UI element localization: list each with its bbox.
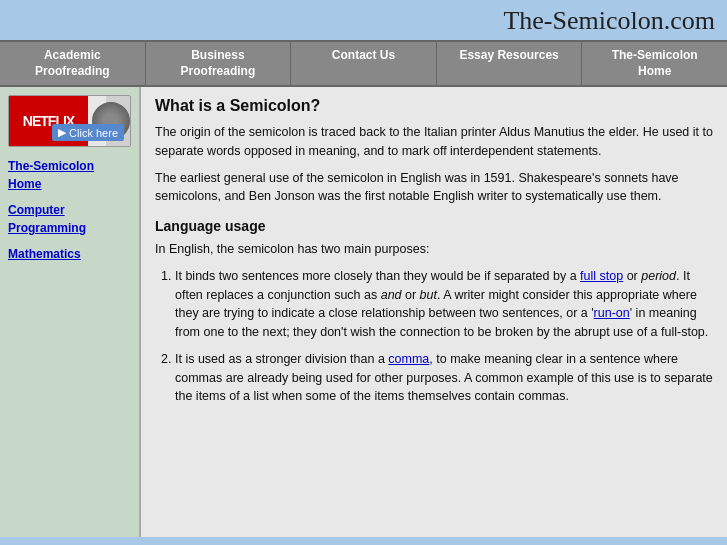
sidebar: NETFLIX ▶ Click here The-SemicolonHome C… <box>0 87 140 537</box>
sidebar-link-semicolon-home[interactable]: The-SemicolonHome <box>0 153 139 197</box>
run-on-link[interactable]: run-on <box>594 306 630 320</box>
sidebar-link-computer-programming[interactable]: ComputerProgramming <box>0 197 139 241</box>
content-paragraph-2: The earliest general use of the semicolo… <box>155 169 713 207</box>
nav-item-academic-proofreading[interactable]: AcademicProofreading <box>0 42 146 85</box>
comma-link[interactable]: comma <box>388 352 429 366</box>
banner-click-here-button[interactable]: ▶ Click here <box>52 124 124 141</box>
list-item-1: It binds two sentences more closely than… <box>175 267 713 342</box>
content-paragraph-1: The origin of the semicolon is traced ba… <box>155 123 713 161</box>
full-stop-link[interactable]: full stop <box>580 269 623 283</box>
main-layout: NETFLIX ▶ Click here The-SemicolonHome C… <box>0 87 727 537</box>
nav-bar: AcademicProofreading BusinessProofreadin… <box>0 40 727 87</box>
nav-item-essay-resources[interactable]: Essay Resources <box>437 42 583 85</box>
click-here-label: Click here <box>69 127 118 139</box>
nav-item-semicolon-home[interactable]: The-SemicolonHome <box>582 42 727 85</box>
usage-list: It binds two sentences more closely than… <box>175 267 713 406</box>
content-title: What is a Semicolon? <box>155 97 713 115</box>
site-title: The-Semicolon.com <box>0 0 727 40</box>
list-item-2: It is used as a stronger division than a… <box>175 350 713 406</box>
banner-area: NETFLIX ▶ Click here <box>0 87 139 153</box>
banner: NETFLIX ▶ Click here <box>8 95 131 147</box>
click-here-icon: ▶ <box>58 126 66 139</box>
language-intro: In English, the semicolon has two main p… <box>155 240 713 259</box>
language-usage-heading: Language usage <box>155 218 713 234</box>
nav-item-contact-us[interactable]: Contact Us <box>291 42 437 85</box>
content-area: What is a Semicolon? The origin of the s… <box>140 87 727 537</box>
nav-item-business-proofreading[interactable]: BusinessProofreading <box>146 42 292 85</box>
sidebar-link-mathematics[interactable]: Mathematics <box>0 241 139 267</box>
